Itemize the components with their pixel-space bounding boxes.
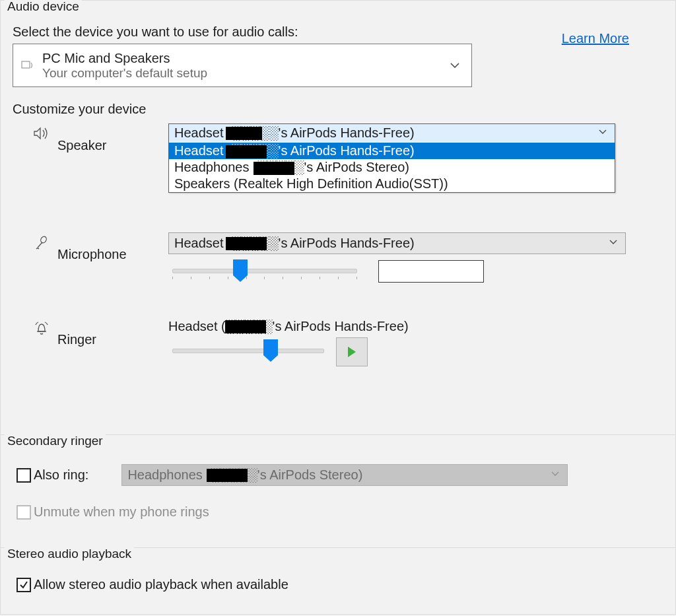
audio-device-title: Audio device bbox=[5, 0, 82, 14]
device-sub-text: Your computer's default setup bbox=[42, 66, 207, 81]
customize-label: Customize your device bbox=[13, 102, 663, 117]
device-name-text: PC Mic and Speakers bbox=[42, 50, 207, 66]
stereo-title: Stereo audio playback bbox=[5, 547, 134, 561]
microphone-dropdown[interactable]: Headset (░░░░░'s AirPods Hands-Free) bbox=[168, 232, 626, 254]
ringer-play-button[interactable] bbox=[336, 337, 368, 366]
secondary-ringer-dropdown: Headphones (░░░░░'s AirPods Stereo) bbox=[121, 464, 568, 486]
speaker-dropdown-selected[interactable]: Headset (░░░░░'s AirPods Hands-Free) bbox=[169, 124, 615, 143]
speaker-dropdown-open[interactable]: Headset (░░░░░'s AirPods Hands-Free) Hea… bbox=[168, 123, 615, 193]
also-ring-checkbox[interactable] bbox=[17, 468, 31, 483]
slider-thumb[interactable] bbox=[263, 339, 278, 355]
svg-rect-0 bbox=[22, 61, 30, 68]
microphone-icon bbox=[26, 232, 57, 251]
stereo-group: Stereo audio playback Allow stereo audio… bbox=[0, 548, 676, 615]
microphone-slider[interactable] bbox=[172, 263, 357, 282]
secondary-ringer-group: Secondary ringer Also ring: Headphones (… bbox=[0, 435, 676, 548]
device-selector[interactable]: PC Mic and Speakers Your computer's defa… bbox=[13, 44, 472, 87]
allow-stereo-label: Allow stereo audio playback when availab… bbox=[34, 577, 288, 592]
chevron-down-icon bbox=[609, 240, 617, 244]
secondary-title: Secondary ringer bbox=[5, 434, 106, 448]
ringer-slider[interactable] bbox=[172, 343, 324, 362]
slider-thumb[interactable] bbox=[233, 259, 248, 275]
svg-point-1 bbox=[40, 236, 48, 244]
ringer-label: Ringer bbox=[57, 318, 168, 347]
speaker-option-1[interactable]: Headphones (░░░░░'s AirPods Stereo) bbox=[169, 159, 615, 176]
unmute-label: Unmute when my phone rings bbox=[34, 504, 209, 520]
unmute-checkbox bbox=[17, 505, 31, 520]
chevron-down-icon bbox=[450, 63, 459, 68]
learn-more-link[interactable]: Learn More bbox=[562, 31, 629, 46]
speaker-option-0[interactable]: Headset (░░░░░'s AirPods Hands-Free) bbox=[169, 143, 615, 159]
play-icon bbox=[348, 347, 356, 357]
chevron-down-icon bbox=[599, 129, 607, 134]
also-ring-label: Also ring: bbox=[34, 467, 88, 483]
audio-device-group: Audio device Select the device you want … bbox=[0, 0, 676, 435]
pc-speaker-icon bbox=[17, 59, 38, 71]
chevron-down-icon bbox=[551, 471, 559, 476]
allow-stereo-checkbox[interactable] bbox=[17, 578, 31, 592]
microphone-label: Microphone bbox=[57, 232, 168, 262]
microphone-level-meter bbox=[378, 260, 484, 283]
speaker-icon bbox=[26, 123, 57, 141]
ringer-device-text: Headset (░░░░░'s AirPods Hands-Free) bbox=[168, 318, 663, 335]
speaker-label: Speaker bbox=[57, 123, 168, 153]
ringer-icon bbox=[26, 318, 57, 336]
speaker-option-2[interactable]: Speakers (Realtek High Definition Audio(… bbox=[169, 176, 615, 192]
